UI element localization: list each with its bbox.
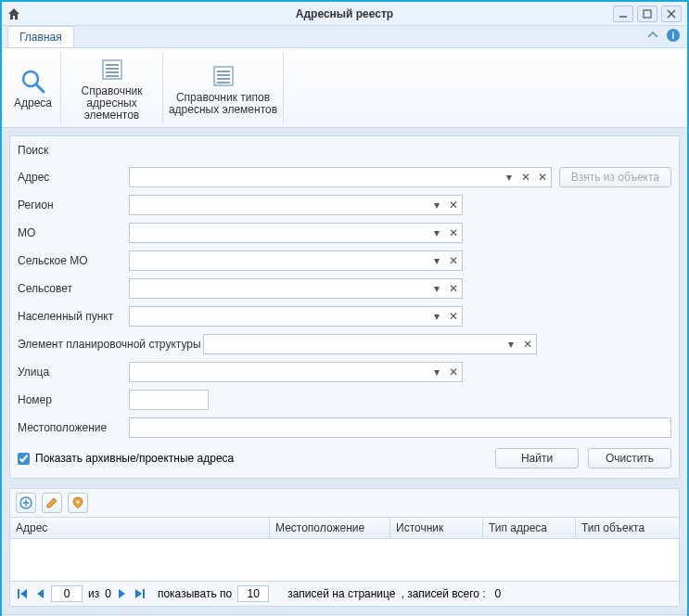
clear-icon[interactable]: ✕ xyxy=(445,282,462,295)
row-mo: МО ▾ ✕ xyxy=(18,222,671,244)
chevron-down-icon[interactable]: ▾ xyxy=(428,199,445,212)
rural-mo-input[interactable] xyxy=(130,254,428,267)
per-page-input[interactable] xyxy=(237,585,269,602)
field-label: Сельсовет xyxy=(18,282,129,295)
search-panel: Поиск Адрес ▾ ✕ ✕ Взять из объекта Регио… xyxy=(9,135,680,479)
column-address[interactable]: Адрес xyxy=(10,518,270,538)
field-label: Улица xyxy=(18,366,129,379)
selsovet-input[interactable] xyxy=(130,282,428,295)
row-settlement: Населенный пункт ▾ ✕ xyxy=(18,305,671,327)
clear-icon[interactable]: ✕ xyxy=(445,310,462,323)
chevron-down-icon[interactable]: ▾ xyxy=(503,338,519,351)
number-input[interactable] xyxy=(129,390,209,410)
pager: из 0 показывать по записей на странице ,… xyxy=(9,582,680,607)
settlement-combo[interactable]: ▾ ✕ xyxy=(129,306,463,327)
grid-header: Адрес Местоположение Источник Тип адреса… xyxy=(10,518,679,539)
prev-page-icon[interactable] xyxy=(34,587,45,600)
field-label: Сельское МО xyxy=(18,254,129,267)
mo-combo[interactable]: ▾ ✕ xyxy=(129,223,463,243)
settlement-input[interactable] xyxy=(130,310,428,323)
clear-button[interactable]: Очистить xyxy=(588,448,671,468)
close-button[interactable] xyxy=(661,6,682,22)
clear-icon[interactable]: ✕ xyxy=(517,171,534,184)
add-button[interactable] xyxy=(16,493,36,513)
info-icon[interactable]: i xyxy=(667,29,680,42)
ribbon-addresses[interactable]: Адреса xyxy=(6,52,61,123)
planning-element-combo[interactable]: ▾ ✕ xyxy=(203,334,537,354)
row-rural-mo: Сельское МО ▾ ✕ xyxy=(18,250,671,272)
last-page-icon[interactable] xyxy=(134,587,147,600)
clear-icon[interactable]: ✕ xyxy=(519,338,536,351)
field-label: Номер xyxy=(18,393,129,406)
results-grid: Адрес Местоположение Источник Тип адреса… xyxy=(9,517,680,582)
region-input[interactable] xyxy=(130,199,428,212)
address-input[interactable] xyxy=(130,171,501,184)
minimize-button[interactable] xyxy=(613,6,633,22)
row-location: Местоположение xyxy=(18,417,671,439)
column-obj-type[interactable]: Тип объекта xyxy=(576,518,679,538)
actions-row: Показать архивные/проектные адреса Найти… xyxy=(18,448,671,468)
street-combo[interactable]: ▾ ✕ xyxy=(129,362,463,382)
home-icon[interactable] xyxy=(2,2,26,26)
total-records: 0 xyxy=(495,587,502,600)
grid-toolbar xyxy=(9,488,680,517)
svg-marker-20 xyxy=(47,498,57,507)
edit-button[interactable] xyxy=(42,493,62,513)
field-label: Населенный пункт xyxy=(18,310,129,323)
window-title: Адресный реестр xyxy=(2,7,687,20)
selsovet-combo[interactable]: ▾ ✕ xyxy=(129,278,463,299)
mo-input[interactable] xyxy=(130,226,428,239)
find-button[interactable]: Найти xyxy=(495,448,579,468)
location-field[interactable] xyxy=(129,417,671,438)
ribbon: Адреса Справочникадресных элементов xyxy=(2,48,687,128)
location-input[interactable] xyxy=(130,421,670,434)
locate-button[interactable] xyxy=(68,493,88,513)
chevron-down-icon[interactable]: ▾ xyxy=(428,226,445,239)
svg-marker-26 xyxy=(135,589,142,598)
tab-main[interactable]: Главная xyxy=(7,26,74,47)
row-region: Регион ▾ ✕ xyxy=(18,194,671,216)
column-addr-type[interactable]: Тип адреса xyxy=(483,518,576,538)
chevron-down-icon[interactable]: ▾ xyxy=(428,366,445,379)
clear-icon[interactable]: ✕ xyxy=(534,171,551,184)
ribbon-dict-elements[interactable]: Справочникадресных элементов xyxy=(61,52,163,123)
rural-mo-combo[interactable]: ▾ ✕ xyxy=(129,250,463,271)
next-page-icon[interactable] xyxy=(117,587,128,600)
page-input[interactable] xyxy=(51,585,83,602)
panel-title: Поиск xyxy=(18,142,671,160)
chevron-down-icon[interactable]: ▾ xyxy=(501,171,517,184)
svg-point-21 xyxy=(76,500,79,503)
collapse-ribbon-icon[interactable] xyxy=(646,29,659,45)
chevron-down-icon[interactable]: ▾ xyxy=(428,254,445,267)
clear-icon[interactable]: ✕ xyxy=(445,199,462,212)
column-source[interactable]: Источник xyxy=(390,518,483,538)
from-object-button[interactable]: Взять из объекта xyxy=(559,167,671,187)
street-input[interactable] xyxy=(130,366,428,379)
address-combo[interactable]: ▾ ✕ ✕ xyxy=(129,167,552,187)
chevron-down-icon[interactable]: ▾ xyxy=(428,282,445,295)
column-location[interactable]: Местоположение xyxy=(270,518,390,538)
show-archive-input[interactable] xyxy=(18,453,30,465)
field-label: Местоположение xyxy=(18,421,129,434)
planning-element-input[interactable] xyxy=(204,338,503,351)
svg-marker-25 xyxy=(119,589,125,598)
row-number: Номер xyxy=(18,389,671,411)
row-street: Улица ▾ ✕ xyxy=(18,361,671,383)
show-archive-checkbox[interactable]: Показать архивные/проектные адреса xyxy=(18,452,234,465)
field-label: Регион xyxy=(18,199,129,212)
chevron-down-icon[interactable]: ▾ xyxy=(428,310,445,323)
titlebar: Адресный реестр xyxy=(2,2,687,26)
svg-marker-24 xyxy=(37,589,44,598)
svg-marker-0 xyxy=(8,8,19,19)
field-label: Адрес xyxy=(18,171,129,184)
clear-icon[interactable]: ✕ xyxy=(445,366,462,379)
region-combo[interactable]: ▾ ✕ xyxy=(129,195,463,215)
maximize-button[interactable] xyxy=(637,6,657,22)
first-page-icon[interactable] xyxy=(16,587,29,600)
tab-bar: Главная i xyxy=(2,26,687,48)
row-selsovet: Сельсовет ▾ ✕ xyxy=(18,277,671,300)
clear-icon[interactable]: ✕ xyxy=(445,254,462,267)
row-address: Адрес ▾ ✕ ✕ Взять из объекта xyxy=(18,166,671,188)
clear-icon[interactable]: ✕ xyxy=(445,226,462,239)
ribbon-dict-types[interactable]: Справочник типовадресных элементов xyxy=(163,52,284,123)
